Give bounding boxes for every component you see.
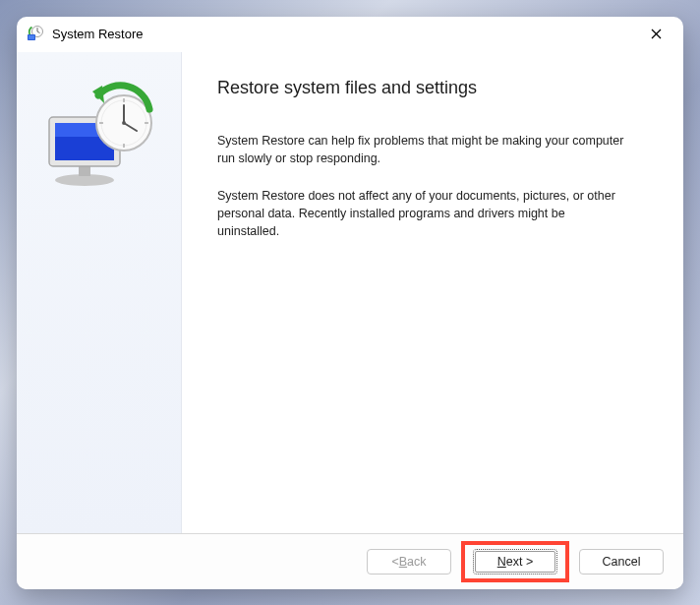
- page-heading: Restore system files and settings: [217, 78, 648, 98]
- svg-rect-5: [29, 35, 34, 39]
- next-button[interactable]: Next >: [473, 549, 557, 575]
- system-restore-graphic: [35, 82, 163, 190]
- wizard-sidebar: [17, 52, 182, 533]
- svg-marker-22: [92, 86, 104, 103]
- back-button: < Back: [367, 549, 451, 575]
- description-paragraph-2: System Restore does not affect any of yo…: [217, 187, 630, 240]
- system-restore-window: System Restore: [17, 17, 683, 589]
- wizard-footer: < Back Next > Cancel: [17, 534, 683, 589]
- window-title: System Restore: [52, 27, 638, 41]
- wizard-content: Restore system files and settings System…: [182, 52, 683, 533]
- close-icon: [651, 29, 662, 39]
- system-restore-icon: [27, 25, 44, 42]
- close-button[interactable]: [638, 20, 673, 47]
- cancel-button[interactable]: Cancel: [579, 549, 664, 575]
- wizard-body: Restore system files and settings System…: [17, 52, 683, 534]
- next-button-highlight: Next >: [461, 541, 569, 582]
- description-paragraph-1: System Restore can help fix problems tha…: [217, 132, 630, 167]
- titlebar: System Restore: [17, 17, 683, 52]
